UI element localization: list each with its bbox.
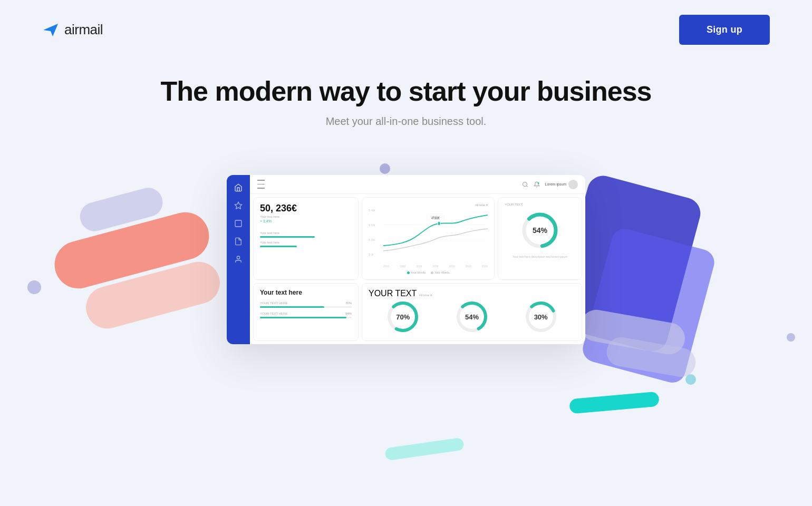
svg-rect-7 xyxy=(569,392,660,414)
svg-rect-8 xyxy=(384,437,465,461)
topbar: Lorem ipsum xyxy=(250,175,585,194)
donut-wrap: 54% xyxy=(519,209,561,251)
svg-line-17 xyxy=(526,186,527,187)
logo-text: airmail xyxy=(64,22,103,38)
topbar-user: Lorem ipsum xyxy=(545,180,578,189)
donut-54-label: 54% xyxy=(465,313,479,321)
bar2 xyxy=(260,246,297,247)
hero-subtitle: Meet your all-in-one business tool. xyxy=(42,115,770,128)
hero-title: The modern way to start your business xyxy=(42,75,770,107)
mini-labels: Your text here Your text here xyxy=(260,231,352,247)
donut-30: 30% xyxy=(523,298,559,335)
text-row-2: YOUR TEXT HERE 94% xyxy=(260,312,352,318)
sidebar-box-icon xyxy=(234,219,243,228)
donut-70-label: 70% xyxy=(396,313,410,321)
sidebar-file-icon xyxy=(234,237,243,246)
donut-desc: Your text here description text lorem ip… xyxy=(513,255,567,259)
topbar-left xyxy=(257,179,265,190)
chart-card: All time $ 46k $ 32k $ 19k $ 0k xyxy=(362,197,495,280)
stat-change: + 3,4% xyxy=(260,219,352,223)
svg-rect-14 xyxy=(235,220,241,227)
donut-card-top: YOUR TEXT 54% Your text here description… xyxy=(498,197,582,280)
donut-value: 54% xyxy=(533,226,547,235)
legend-1: Your Words xyxy=(407,271,426,274)
bell-icon xyxy=(534,181,540,188)
svg-text:47000€: 47000€ xyxy=(431,216,440,220)
sidebar xyxy=(227,175,250,344)
bottom-mid-title-row: YOUR TEXT All time xyxy=(369,289,575,298)
bar2-label: Your text here xyxy=(260,241,352,244)
search-icon xyxy=(522,181,528,188)
bottom-left-card: Your text here YOUR TEXT HERE 70% YOUR T… xyxy=(253,283,359,341)
svg-marker-13 xyxy=(235,202,241,209)
svg-point-18 xyxy=(537,182,539,184)
legend-2: Your Words xyxy=(431,271,449,274)
svg-point-11 xyxy=(685,374,696,385)
svg-point-23 xyxy=(438,221,440,226)
dashboard-mockup: Lorem ipsum 50, 236€ Your text here + 3,… xyxy=(227,175,585,344)
chart-wrap: $ 46k $ 32k $ 19k $ 0k xyxy=(369,209,488,261)
chart-legend: Your Words Your Words xyxy=(369,271,488,274)
sidebar-home-icon xyxy=(234,183,243,192)
donut-54: 54% xyxy=(453,298,490,335)
stat-label: Your text here xyxy=(260,215,352,218)
bar1 xyxy=(260,236,315,238)
donut-70: 70% xyxy=(384,298,421,335)
airmail-logo-icon xyxy=(42,23,59,37)
stat-value: 50, 236€ xyxy=(260,203,352,214)
donut-card-title: YOUR TEXT xyxy=(505,203,523,206)
stat-card: 50, 236€ Your text here + 3,4% Your text… xyxy=(253,197,359,280)
main-content: Lorem ipsum 50, 236€ Your text here + 3,… xyxy=(250,175,585,344)
bottom-left-title: Your text here xyxy=(260,289,352,296)
logo-area: airmail xyxy=(42,22,103,38)
sidebar-user-icon xyxy=(234,255,243,264)
bottom-mid-card: YOUR TEXT All time 70% xyxy=(362,283,582,341)
dashboard-grid: 50, 236€ Your text here + 3,4% Your text… xyxy=(250,194,585,344)
svg-point-16 xyxy=(523,182,527,186)
topbar-right: Lorem ipsum xyxy=(522,180,578,189)
avatar xyxy=(568,180,578,189)
header: airmail Sign up xyxy=(0,0,812,60)
bar1-label: Your text here xyxy=(260,231,352,235)
svg-point-15 xyxy=(237,256,239,259)
donut-30-label: 30% xyxy=(534,313,548,321)
all-time-badge-2: All time xyxy=(419,294,431,297)
sidebar-star-icon xyxy=(234,201,243,210)
all-time-badge: All time xyxy=(475,203,488,207)
text-row-1: YOUR TEXT HERE 70% xyxy=(260,301,352,308)
signup-button[interactable]: Sign up xyxy=(679,15,770,45)
donuts-row: 70% 54% xyxy=(369,298,575,335)
hero-section: The modern way to start your business Me… xyxy=(0,60,812,128)
